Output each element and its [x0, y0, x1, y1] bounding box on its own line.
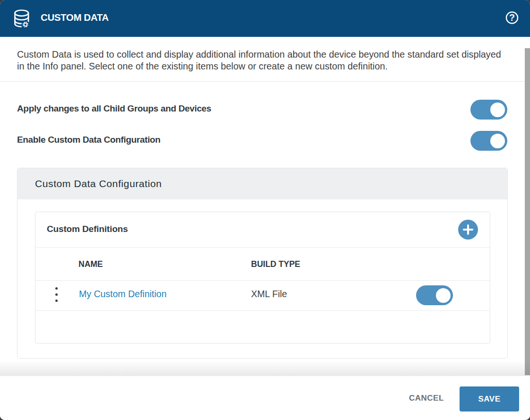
svg-text:?: ?	[509, 12, 515, 23]
